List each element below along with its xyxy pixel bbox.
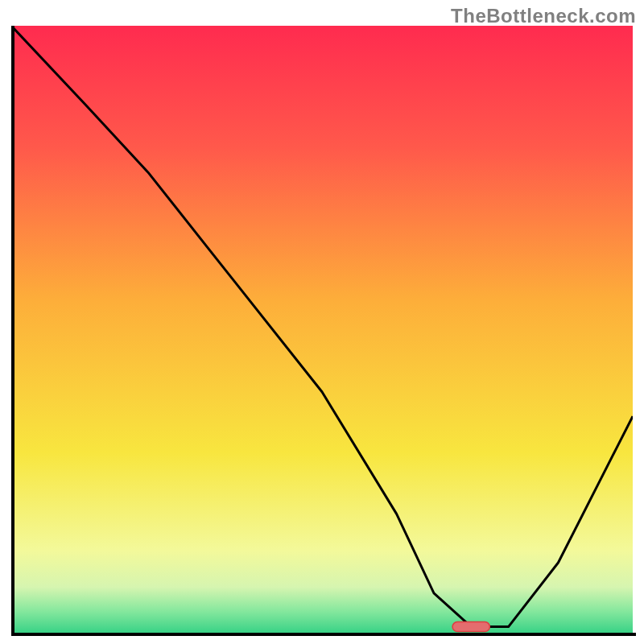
y-axis-line [11,26,14,636]
chart-area [11,26,633,636]
plot-background [11,26,633,636]
chart-svg [11,26,633,636]
x-axis-line [11,633,636,636]
watermark-text: TheBottleneck.com [451,5,636,27]
optimal-range-marker [452,622,489,632]
